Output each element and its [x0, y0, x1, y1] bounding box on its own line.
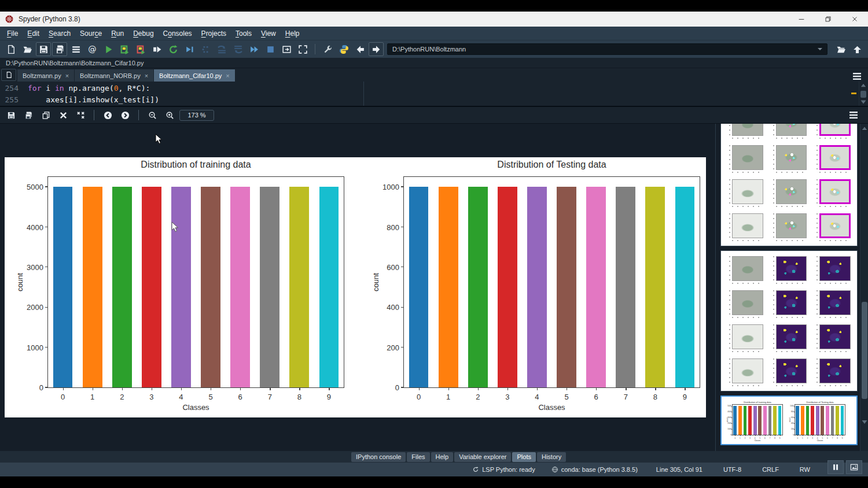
tab-close-icon[interactable]: × [226, 72, 229, 79]
save-button[interactable] [36, 42, 51, 56]
x-tick-label: 9 [779, 437, 781, 439]
editor-scrollbar[interactable] [859, 82, 868, 106]
y-tick-label: 1000 [790, 405, 794, 407]
zoom-in-button[interactable] [162, 108, 177, 122]
run-to-line-button[interactable] [182, 42, 197, 56]
menu-help[interactable]: Help [281, 28, 304, 39]
run-cell-advance-button[interactable] [133, 42, 148, 56]
tab-close-icon[interactable]: × [145, 72, 148, 79]
open-dir-button[interactable] [833, 42, 848, 56]
scroll-up-icon[interactable] [860, 83, 866, 87]
plot-thumbnail-sample-images-rgb-grid[interactable] [720, 124, 858, 246]
pause-button[interactable] [827, 460, 844, 474]
editor-tab-boltzmann_cifar10.py[interactable]: Boltzmann_Cifar10.py× [154, 69, 236, 82]
save-button[interactable] [3, 108, 19, 122]
preferences-button[interactable] [320, 42, 335, 56]
close-button[interactable] [841, 12, 868, 27]
x-tick-label: 4 [179, 393, 183, 401]
back-button[interactable] [352, 42, 367, 56]
run-cell-button[interactable] [117, 42, 132, 56]
editor-options-menu-icon[interactable] [851, 71, 863, 82]
bar-slot [805, 405, 810, 435]
bar-class-1 [439, 187, 458, 387]
rerun-cell-button[interactable] [165, 42, 181, 56]
step-return-button[interactable] [230, 42, 245, 56]
plots-options-menu-icon[interactable] [847, 110, 860, 120]
tab-close-icon[interactable]: × [65, 72, 69, 79]
up-dir-button[interactable] [849, 42, 865, 56]
menu-run[interactable]: Run [106, 28, 128, 39]
scroll-down-icon[interactable] [860, 100, 866, 104]
x-tick-label: 7 [624, 393, 628, 401]
pane-tab-variable-explorer[interactable]: Variable explorer [454, 452, 511, 462]
plot-thumbnail-sample-images-viridis-grid[interactable] [720, 250, 858, 391]
menu-source[interactable]: Source [75, 28, 106, 39]
save-all-button[interactable] [52, 42, 67, 56]
copy-button[interactable] [38, 108, 53, 122]
forward-button[interactable] [369, 42, 384, 56]
code-line: 254for i in np.arange(0, R*C): [0, 83, 868, 93]
close-button[interactable] [56, 108, 71, 122]
chart-title: Distribution of training data [744, 401, 771, 404]
x-tick-mark [299, 387, 300, 390]
editor-tab-boltzmann.py[interactable]: Boltzmann.py× [17, 69, 75, 82]
y-tick-mark [45, 387, 48, 387]
dropdown-caret-icon[interactable] [818, 48, 822, 50]
python-env-button[interactable] [336, 42, 351, 56]
next-plot-button[interactable] [117, 108, 133, 122]
pane-tab-plots[interactable]: Plots [512, 452, 535, 462]
thumbnail-image [776, 256, 807, 281]
run-selection-button[interactable] [149, 42, 164, 56]
continue-button[interactable] [247, 42, 262, 56]
restore-button[interactable] [815, 12, 841, 27]
bar-slot [830, 405, 835, 435]
debug-cell-button[interactable] [198, 42, 213, 56]
thumbnails-scrollbar[interactable] [860, 124, 868, 451]
menu-edit[interactable]: Edit [23, 28, 44, 39]
outline-button[interactable] [68, 42, 83, 56]
bar-class-1 [83, 187, 102, 387]
scrollbar-handle[interactable] [862, 302, 867, 399]
fullscreen-button[interactable] [295, 42, 310, 56]
y-tick-label: 0 [39, 383, 43, 392]
minimize-button[interactable] [788, 12, 815, 27]
menu-consoles[interactable]: Consoles [159, 28, 197, 39]
menu-view[interactable]: View [256, 28, 281, 39]
maximize-pane-button[interactable] [279, 42, 294, 56]
x-tick-label: 8 [653, 393, 657, 401]
close-all-button[interactable] [73, 108, 88, 122]
pane-tab-history[interactable]: History [537, 452, 566, 462]
scrollbar-occurrence-marker [851, 93, 856, 94]
find-symbols-button[interactable]: @ [84, 42, 100, 56]
editor-tab-boltzmann_norb.py[interactable]: Boltzmann_NORB.py× [75, 69, 154, 82]
zoom-out-button[interactable] [145, 108, 160, 122]
menu-tools[interactable]: Tools [231, 28, 256, 39]
zoom-level-input[interactable]: 173 % [179, 110, 214, 121]
menu-search[interactable]: Search [44, 28, 75, 39]
menu-projects[interactable]: Projects [197, 28, 231, 39]
axes-distribution-of-training-data: Distribution of training datacountClasse… [47, 176, 344, 388]
scroll-up-icon[interactable] [862, 126, 867, 131]
save-all-button[interactable] [21, 108, 36, 122]
stop-button[interactable] [263, 42, 278, 56]
scrollbar-handle[interactable] [860, 91, 866, 98]
pane-tab-ipython-console[interactable]: IPython console [351, 452, 406, 462]
pane-tab-files[interactable]: Files [407, 452, 429, 462]
bar-slot [840, 405, 845, 435]
scroll-down-icon[interactable] [862, 420, 867, 424]
menu-file[interactable]: File [2, 28, 23, 39]
browse-tabs-button[interactable] [1, 69, 16, 81]
step-into-button[interactable] [214, 42, 229, 56]
run-button[interactable] [101, 42, 116, 56]
new-file-button[interactable] [3, 42, 19, 56]
plot-thumbnail-class-distribution-charts[interactable]: Distribution of training datacountClasse… [720, 395, 858, 445]
image-button[interactable] [846, 460, 862, 474]
pane-tab-help[interactable]: Help [431, 452, 454, 462]
code-editor[interactable]: 254for i in np.arange(0, R*C):255 axes[i… [0, 82, 868, 107]
previous-plot-button[interactable] [100, 108, 115, 122]
working-directory-input[interactable]: D:\PythonRUN\Boltzmann [387, 43, 827, 55]
window-controls [788, 12, 868, 27]
bar-slot [815, 405, 820, 435]
open-file-button[interactable] [20, 42, 35, 56]
menu-debug[interactable]: Debug [128, 28, 158, 39]
